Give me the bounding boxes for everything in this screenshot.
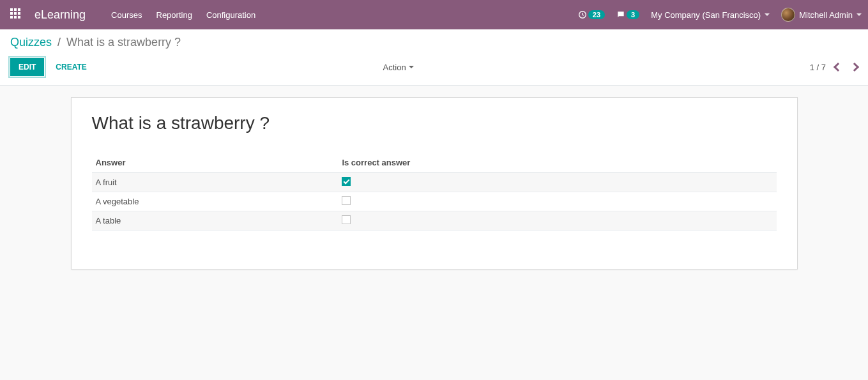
correct-cell: [338, 192, 776, 211]
breadcrumb-root[interactable]: Quizzes: [10, 36, 52, 49]
checkbox-unchecked-icon: [342, 196, 351, 205]
form-sheet: What is a strawberry ? Answer Is correct…: [71, 97, 798, 270]
pager-arrows: [835, 64, 858, 70]
user-name: Mitchell Admin: [799, 10, 853, 20]
correct-cell: [338, 211, 776, 231]
pager-prev-icon[interactable]: [834, 63, 842, 72]
table-row[interactable]: A fruit: [92, 173, 777, 192]
answer-cell: A table: [92, 211, 339, 231]
nav-configuration[interactable]: Configuration: [206, 10, 255, 20]
nav-reporting[interactable]: Reporting: [156, 10, 192, 20]
action-dropdown-label: Action: [383, 63, 406, 72]
answers-table: Answer Is correct answer A fruit A veget…: [92, 153, 777, 231]
breadcrumb-sep: /: [57, 36, 61, 49]
sheet-background: What is a strawberry ? Answer Is correct…: [0, 86, 868, 281]
breadcrumb: Quizzes / What is a strawberry ?: [10, 36, 858, 49]
breadcrumb-bar: Quizzes / What is a strawberry ?: [0, 29, 868, 52]
activity-indicator[interactable]: 23: [578, 10, 605, 19]
table-row[interactable]: A table: [92, 211, 777, 231]
clock-icon: [578, 10, 587, 19]
action-dropdown[interactable]: Action: [383, 63, 414, 72]
breadcrumb-current: What is a strawberry ?: [66, 36, 181, 49]
topbar-right: 23 3 My Company (San Francisco) Mitchell…: [578, 8, 862, 22]
brand-title[interactable]: eLearning: [34, 8, 86, 22]
pager: 1 / 7: [810, 63, 858, 72]
avatar: [781, 8, 795, 22]
col-is-correct: Is correct answer: [338, 153, 776, 173]
caret-down-icon: [857, 13, 862, 16]
caret-down-icon: [765, 13, 770, 16]
create-button[interactable]: Create: [48, 59, 94, 75]
pager-next-icon[interactable]: [850, 63, 859, 72]
answer-cell: A fruit: [92, 173, 339, 192]
action-bar: Edit Create Action 1 / 7: [0, 52, 868, 86]
table-row[interactable]: A vegetable: [92, 192, 777, 211]
apps-icon[interactable]: [10, 8, 23, 21]
company-switcher[interactable]: My Company (San Francisco): [651, 10, 770, 20]
company-name: My Company (San Francisco): [651, 10, 761, 20]
pager-counter: 1 / 7: [810, 63, 826, 72]
user-menu[interactable]: Mitchell Admin: [781, 8, 862, 22]
chat-icon: [616, 10, 625, 19]
activity-count: 23: [588, 10, 605, 19]
main-nav: Courses Reporting Configuration: [111, 10, 255, 20]
page-title: What is a strawberry ?: [92, 113, 777, 133]
top-navbar: eLearning Courses Reporting Configuratio…: [0, 0, 868, 29]
messages-count: 3: [627, 10, 639, 19]
nav-courses[interactable]: Courses: [111, 10, 142, 20]
col-answer: Answer: [92, 153, 339, 173]
messages-indicator[interactable]: 3: [616, 10, 639, 19]
checkbox-unchecked-icon: [342, 215, 351, 224]
checkbox-checked-icon: [342, 177, 351, 186]
answer-cell: A vegetable: [92, 192, 339, 211]
caret-down-icon: [409, 66, 414, 68]
edit-button[interactable]: Edit: [10, 58, 44, 76]
correct-cell: [338, 173, 776, 192]
